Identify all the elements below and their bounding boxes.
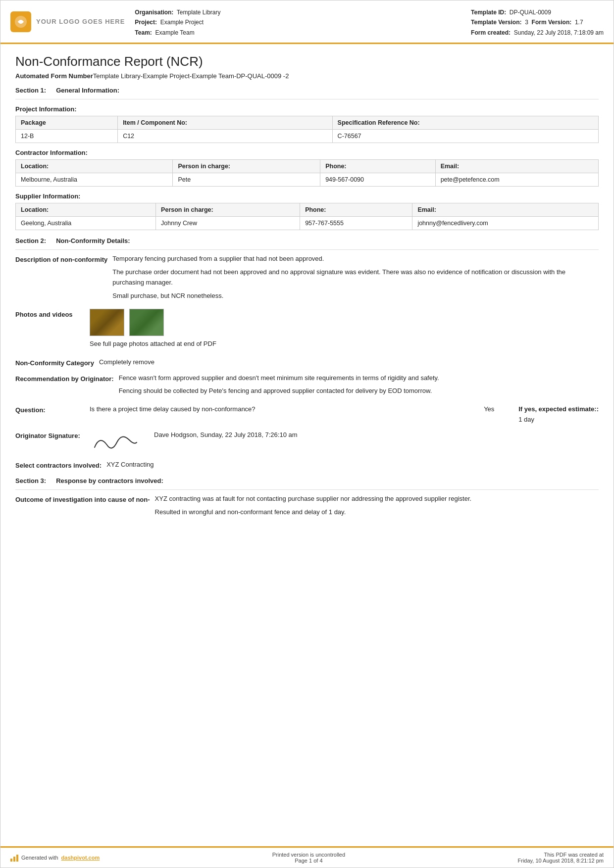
outcome-value: XYZ contracting was at fault for not con… [155,494,599,521]
table-row: 12-B C12 C-76567 [16,130,599,143]
category-value: Completely remove [99,357,599,368]
outcome-label: Outcome of investigation into cause of n… [15,494,150,505]
photos-row: Photos and videos See full page photos a… [15,309,599,352]
contractor-info-title: Contractor Information: [15,149,599,156]
dashpivot-icon [10,854,18,862]
signature-text: Dave Hodgson, Sunday, 22 July 2018, 7:26… [154,430,298,440]
divider2 [15,249,599,250]
signature-label: Originator Signature: [15,430,85,441]
footer-brand-link[interactable]: dashpivot.com [61,855,100,861]
section2-header: Section 2: Non-Conformity Details: [15,237,599,244]
footer-left: Generated with dashpivot.com [10,854,100,862]
form-version-value: 1.7 [575,19,583,26]
project-col-item: Item / Component No: [118,116,332,130]
section2-label: Section 2: [15,237,46,244]
divider3 [15,489,599,490]
signature-svg [90,430,139,455]
recommendation-label: Recommendation by Originator: [15,373,114,384]
photos-label: Photos and videos [15,309,85,320]
template-id-label: Template ID: [471,9,506,16]
supplier-info-table: Location: Person in charge: Phone: Email… [15,203,599,230]
project-value: Example Project [160,19,204,26]
contractor-val-phone: 949-567-0090 [320,173,436,187]
section3-label: Section 3: [15,477,46,484]
contractor-col-location: Location: [16,160,173,173]
supplier-col-location: Location: [16,203,156,217]
project-col-package: Package [16,116,118,130]
org-value: Template Library [177,9,221,16]
photos-value: See full page photos attached at end of … [90,309,599,352]
section1-title: General Information: [56,87,119,94]
photo-thumb-1 [90,309,124,336]
section1-header: Section 1: General Information: [15,87,599,94]
contractor-col-person: Person in charge: [173,160,320,173]
question-text: Is there a project time delay caused by … [90,404,479,415]
template-version-value: 3 [525,19,528,26]
form-number-row: Automated Form Number Template Library-E… [15,72,599,80]
contractors-value: XYZ Contracting [106,460,599,470]
form-version-label: Form Version: [532,19,572,26]
logo-box: YOUR LOGO GOES HERE [10,5,125,38]
team-label: Team: [135,29,152,36]
form-created-row: Form created: Sunday, 22 July 2018, 7:18… [471,28,604,38]
logo-text: YOUR LOGO GOES HERE [36,18,125,25]
section3-title: Response by contractors involved: [56,477,163,484]
divider1 [15,99,599,99]
form-number-value: Template Library-Example Project-Example… [93,72,289,80]
photo-thumbnails [90,309,599,336]
project-col-spec: Specification Reference No: [332,116,598,130]
expected-value: 1 day [518,416,534,423]
expected-label: If yes, expected estimate:: [518,405,599,413]
question-row: Question: Is there a project time delay … [15,404,599,425]
org-row: Organisation: Template Library [135,7,220,17]
question-answer: Yes [484,404,513,415]
header-meta-left: Organisation: Template Library Project: … [135,7,220,38]
section2-title: Non-Conformity Details: [56,237,130,244]
footer-right: This PDF was created at Friday, 10 Augus… [518,852,604,864]
question-inner: Is there a project time delay caused by … [90,404,599,425]
contractor-info-table: Location: Person in charge: Phone: Email… [15,159,599,187]
photo-img-2 [130,309,163,336]
footer-center: Printed version is uncontrolled Page 1 o… [272,852,345,864]
recommendation-value: Fence wasn't form approved supplier and … [119,373,599,400]
recommendation-row: Recommendation by Originator: Fence wasn… [15,373,599,400]
contractors-label: Select contractors involved: [15,460,102,471]
photo-thumb-2 [129,309,164,336]
supplier-col-email: Email: [412,203,599,217]
footer-pdf-date: Friday, 10 August 2018, 8:21:12 pm [518,858,604,864]
outcome-p2: Resulted in wrongful and non-conformant … [155,507,599,518]
footer: Generated with dashpivot.com Printed ver… [0,846,614,868]
table-row: Melbourne, Australia Pete 949-567-0090 p… [16,173,599,187]
contractor-col-email: Email: [435,160,598,173]
category-row: Non-Conformity Category Completely remov… [15,357,599,368]
contractor-col-phone: Phone: [320,160,436,173]
category-label: Non-Conformity Category [15,357,94,368]
recommendation-p1: Fence wasn't form approved supplier and … [119,373,599,384]
content: Non-Conformance Report (NCR) Automated F… [0,44,614,846]
supplier-val-location: Geelong, Australia [16,217,156,230]
form-created-label: Form created: [471,29,511,36]
project-row: Project: Example Project [135,17,220,27]
template-id-value: DP-QUAL-0009 [510,9,551,16]
question-value: Is there a project time delay caused by … [90,404,599,425]
footer-page: Page 1 of 4 [272,858,345,864]
template-id-row: Template ID: DP-QUAL-0009 [471,7,604,17]
recommendation-p2: Fencing should be collected by Pete's fe… [119,386,599,396]
supplier-val-email: johnny@fencedlivery.com [412,217,599,230]
section3-header: Section 3: Response by contractors invol… [15,477,599,484]
outcome-p1: XYZ contracting was at fault for not con… [155,494,599,504]
header-meta: Organisation: Template Library Project: … [135,5,604,38]
contractor-val-email: pete@petefence.com [435,173,598,187]
supplier-info-title: Supplier Information: [15,193,599,200]
photos-caption: See full page photos attached at end of … [90,339,599,349]
table-row: Geelong, Australia Johnny Crew 957-767-5… [16,217,599,230]
supplier-val-phone: 957-767-5555 [300,217,412,230]
description-p2: The purchase order document had not been… [112,267,599,288]
description-p3: Small purchase, but NCR nonetheless. [112,291,599,301]
supplier-val-person: Johnny Crew [156,217,300,230]
photo-img-1 [90,309,124,336]
section1-label: Section 1: [15,87,46,94]
project-val-package: 12-B [16,130,118,143]
description-label: Description of non-conformity [15,254,107,265]
contractor-val-person: Pete [173,173,320,187]
